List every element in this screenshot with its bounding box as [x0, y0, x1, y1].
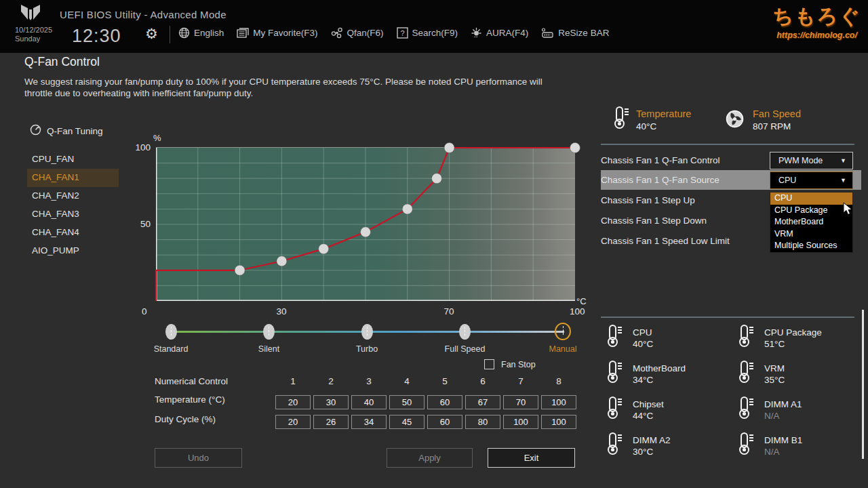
fan-stop-row: Fan Stop — [484, 359, 536, 369]
duty-cycle-input-5[interactable]: 60 — [427, 415, 462, 429]
thermometer-icon — [607, 396, 623, 432]
curve-point[interactable] — [319, 244, 329, 254]
column-index: 7 — [518, 376, 524, 386]
separator — [601, 317, 854, 318]
duty-cycle-row-label: Duty Cycle (%) — [155, 414, 216, 424]
curve-point[interactable] — [277, 256, 287, 266]
qfan-source-dropdown-list: CPUCPU PackageMotherBoardVRMMultiple Sou… — [770, 192, 853, 253]
sensor-value: 44°C — [633, 409, 664, 421]
apply-button[interactable]: Apply — [387, 448, 473, 468]
duty-cycle-input-3[interactable]: 34 — [351, 415, 387, 429]
sidebar-item-cpu_fan[interactable]: CPU_FAN — [27, 150, 119, 169]
chimolog-url: https://chimolog.co/ — [772, 30, 861, 40]
temperature-input-8[interactable]: 100 — [541, 395, 576, 409]
profile-knob-manual[interactable] — [555, 323, 571, 340]
fan-list: CPU_FANCHA_FAN1CHA_FAN2CHA_FAN3CHA_FAN4A… — [27, 150, 119, 260]
menu-item-qfan-f6-[interactable]: Qfan(F6) — [331, 27, 384, 39]
search-icon: ? — [397, 27, 408, 39]
dropdown-option-cpu[interactable]: CPU — [770, 192, 852, 205]
sidebar-item-cha_fan3[interactable]: CHA_FAN3 — [27, 205, 119, 224]
sensor-label: CPU Package — [764, 324, 822, 338]
gear-icon[interactable]: ⚙ — [145, 26, 158, 42]
dropdown-option-cpu-package[interactable]: CPU Package — [770, 205, 852, 217]
menu-item-english[interactable]: English — [178, 27, 224, 39]
curve-point[interactable] — [432, 174, 442, 184]
fan-curve-plot[interactable] — [156, 147, 575, 300]
page-description: We suggest raising your fan/pump duty to… — [24, 76, 561, 99]
sensor-value: N/A — [764, 445, 802, 457]
temperature-input-5[interactable]: 60 — [427, 395, 462, 409]
duty-cycle-input-2[interactable]: 26 — [313, 415, 349, 429]
duty-cycle-input-6[interactable]: 80 — [465, 415, 500, 429]
profile-label-full-speed[interactable]: Full Speed — [445, 344, 486, 354]
menu-item-search-f9-[interactable]: ?Search(F9) — [397, 27, 458, 39]
curve-point[interactable] — [402, 204, 412, 214]
duty-cycle-input-1[interactable]: 20 — [275, 415, 311, 429]
sidebar-item-cha_fan4[interactable]: CHA_FAN4 — [27, 224, 119, 242]
dropdown-option-multiple-sources[interactable]: Multiple Sources — [770, 240, 852, 252]
sensor-label: Chipset — [633, 396, 664, 409]
curve-point[interactable] — [444, 143, 454, 153]
sidebar-item-aio_pump[interactable]: AIO_PUMP — [27, 242, 119, 260]
dropdown-0[interactable]: PWM Mode▼ — [770, 152, 853, 169]
duty-cycle-input-4[interactable]: 45 — [389, 415, 425, 429]
temperature-input-3[interactable]: 40 — [351, 395, 387, 409]
menu-item-my-favorite-f3-[interactable]: My Favorite(F3) — [237, 28, 317, 38]
column-index: 6 — [480, 376, 486, 386]
watermark: ちもろぐ https://chimolog.co/ — [772, 3, 861, 40]
page-title: Q-Fan Control — [24, 55, 100, 69]
profile-knob-standard[interactable] — [165, 324, 177, 340]
profile-label-standard[interactable]: Standard — [154, 344, 189, 354]
sensor-value: 40°C — [633, 338, 653, 349]
sensor-chipset: Chipset44°C — [607, 396, 738, 432]
dropdown-option-motherboard[interactable]: MotherBoard — [770, 216, 852, 228]
qfan-tuning-button[interactable]: Q-Fan Tuning — [30, 124, 103, 138]
profile-knob-silent[interactable] — [263, 324, 275, 340]
temperature-input-4[interactable]: 50 — [389, 395, 425, 409]
temperature-input-2[interactable]: 30 — [313, 395, 349, 409]
temperature-input-1[interactable]: 20 — [275, 395, 311, 409]
menu-item-aura-f4-[interactable]: AURA(F4) — [471, 27, 528, 39]
aura-icon — [471, 27, 482, 39]
dropdown-option-vrm[interactable]: VRM — [770, 228, 852, 241]
profile-label-silent[interactable]: Silent — [258, 344, 279, 354]
sensor-vrm: VRM35°C — [738, 360, 868, 396]
menu-item-label: Qfan(F6) — [347, 28, 384, 38]
sidebar-item-cha_fan2[interactable]: CHA_FAN2 — [27, 187, 119, 205]
curve-point[interactable] — [235, 265, 245, 275]
sidebar-item-cha_fan1[interactable]: CHA_FAN1 — [27, 169, 119, 187]
dropdown-1[interactable]: CPU▼ — [770, 171, 853, 189]
menu-item-label: ReSize BAR — [558, 28, 609, 38]
fan-stop-checkbox[interactable] — [484, 359, 494, 369]
curve-point[interactable] — [361, 227, 371, 237]
exit-button[interactable]: Exit — [488, 448, 575, 468]
column-index: 4 — [404, 376, 410, 386]
setting-label-4: Chassis Fan 1 Speed Low Limit — [601, 236, 730, 246]
thermometer-icon — [607, 432, 623, 468]
undo-button[interactable]: Undo — [155, 448, 242, 468]
sensor-label: DIMM A2 — [633, 432, 671, 445]
resize-bar-icon — [541, 28, 554, 39]
profile-knob-turbo[interactable] — [361, 324, 373, 340]
duty-cycle-input-8[interactable]: 100 — [541, 415, 576, 429]
temperature-row-label: Temperature (°C) — [155, 394, 225, 405]
profile-knob-full-speed[interactable] — [459, 324, 471, 340]
thermometer-icon — [614, 106, 630, 131]
fan-stop-label: Fan Stop — [501, 360, 536, 369]
temperature-input-6[interactable]: 67 — [465, 395, 500, 409]
scrollbar-thumb[interactable] — [862, 310, 864, 459]
profile-label-manual[interactable]: Manual — [549, 344, 577, 354]
chimolog-logo: ちもろぐ — [772, 3, 861, 30]
sensor-motherboard: MotherBoard34°C — [607, 360, 738, 396]
menu-item-resize-bar[interactable]: ReSize BAR — [541, 28, 609, 39]
chevron-down-icon: ▼ — [840, 172, 846, 188]
sensor-label: DIMM B1 — [764, 432, 802, 445]
thermometer-icon — [738, 396, 755, 432]
column-index: 3 — [366, 376, 372, 386]
sensor-value: 51°C — [764, 338, 822, 349]
curve-point[interactable] — [570, 143, 580, 153]
clock-display: 12:30 — [72, 26, 121, 47]
temperature-input-7[interactable]: 70 — [503, 395, 538, 409]
duty-cycle-input-7[interactable]: 100 — [503, 415, 538, 429]
profile-label-turbo[interactable]: Turbo — [356, 344, 378, 354]
